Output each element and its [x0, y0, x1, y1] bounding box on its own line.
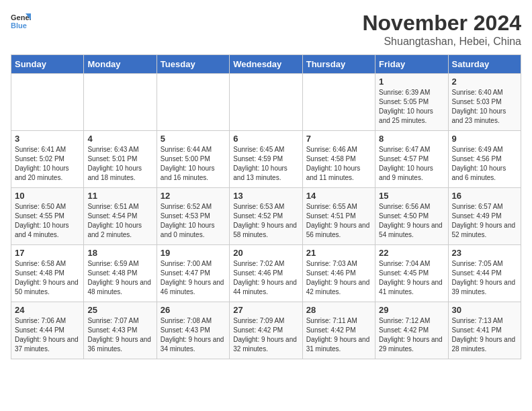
day-info: Sunrise: 7:04 AM Sunset: 4:45 PM Dayligh… — [379, 259, 444, 297]
day-info: Sunrise: 7:09 AM Sunset: 4:42 PM Dayligh… — [233, 316, 298, 354]
day-number: 6 — [233, 134, 298, 144]
day-info: Sunrise: 7:11 AM Sunset: 4:42 PM Dayligh… — [306, 316, 371, 354]
day-info: Sunrise: 6:40 AM Sunset: 5:03 PM Dayligh… — [452, 88, 517, 126]
week-row-0: 1Sunrise: 6:39 AM Sunset: 5:05 PM Daylig… — [11, 74, 521, 131]
day-number: 18 — [87, 248, 152, 258]
day-info: Sunrise: 6:43 AM Sunset: 5:01 PM Dayligh… — [87, 145, 152, 183]
header-saturday: Saturday — [448, 55, 521, 74]
day-info: Sunrise: 6:50 AM Sunset: 4:55 PM Dayligh… — [15, 202, 80, 240]
calendar-table: SundayMondayTuesdayWednesdayThursdayFrid… — [11, 54, 521, 359]
day-info: Sunrise: 6:51 AM Sunset: 4:54 PM Dayligh… — [87, 202, 152, 240]
day-number: 22 — [379, 248, 444, 258]
day-number: 27 — [233, 305, 298, 315]
calendar-cell: 8Sunrise: 6:47 AM Sunset: 4:57 PM Daylig… — [375, 131, 448, 188]
header-monday: Monday — [84, 55, 157, 74]
day-number: 28 — [306, 305, 371, 315]
calendar-cell: 9Sunrise: 6:49 AM Sunset: 4:56 PM Daylig… — [448, 131, 521, 188]
day-number: 8 — [379, 134, 444, 144]
week-row-1: 3Sunrise: 6:41 AM Sunset: 5:02 PM Daylig… — [11, 131, 521, 188]
day-info: Sunrise: 6:41 AM Sunset: 5:02 PM Dayligh… — [15, 145, 80, 183]
calendar-cell: 13Sunrise: 6:53 AM Sunset: 4:52 PM Dayli… — [230, 188, 302, 245]
calendar-cell: 2Sunrise: 6:40 AM Sunset: 5:03 PM Daylig… — [448, 74, 521, 131]
day-info: Sunrise: 6:55 AM Sunset: 4:51 PM Dayligh… — [306, 202, 371, 240]
day-info: Sunrise: 7:06 AM Sunset: 4:44 PM Dayligh… — [15, 316, 80, 354]
calendar-cell: 12Sunrise: 6:52 AM Sunset: 4:53 PM Dayli… — [157, 188, 229, 245]
day-info: Sunrise: 7:13 AM Sunset: 4:41 PM Dayligh… — [452, 316, 517, 354]
title-section: November 2024 Shuangtashan, Hebei, China — [362, 11, 521, 48]
logo: General Blue — [11, 11, 31, 31]
day-number: 12 — [161, 191, 226, 201]
calendar-cell — [157, 74, 229, 131]
day-number: 20 — [233, 248, 298, 258]
day-info: Sunrise: 7:02 AM Sunset: 4:46 PM Dayligh… — [233, 259, 298, 297]
calendar-cell: 16Sunrise: 6:57 AM Sunset: 4:49 PM Dayli… — [448, 188, 521, 245]
day-info: Sunrise: 7:05 AM Sunset: 4:44 PM Dayligh… — [452, 259, 517, 297]
day-number: 5 — [161, 134, 226, 144]
calendar-cell: 14Sunrise: 6:55 AM Sunset: 4:51 PM Dayli… — [302, 188, 375, 245]
calendar-cell: 4Sunrise: 6:43 AM Sunset: 5:01 PM Daylig… — [84, 131, 157, 188]
calendar-cell: 11Sunrise: 6:51 AM Sunset: 4:54 PM Dayli… — [84, 188, 157, 245]
header-wednesday: Wednesday — [230, 55, 302, 74]
day-number: 11 — [87, 191, 152, 201]
calendar-cell: 26Sunrise: 7:08 AM Sunset: 4:43 PM Dayli… — [157, 302, 229, 359]
day-number: 29 — [379, 305, 444, 315]
day-info: Sunrise: 7:00 AM Sunset: 4:47 PM Dayligh… — [161, 259, 226, 297]
day-number: 17 — [15, 248, 80, 258]
day-number: 14 — [306, 191, 371, 201]
day-number: 3 — [15, 134, 80, 144]
calendar-cell — [11, 74, 84, 131]
day-number: 10 — [15, 191, 80, 201]
calendar-cell: 10Sunrise: 6:50 AM Sunset: 4:55 PM Dayli… — [11, 188, 84, 245]
header: General Blue November 2024 Shuangtashan,… — [11, 11, 521, 48]
header-thursday: Thursday — [302, 55, 375, 74]
day-number: 4 — [87, 134, 152, 144]
calendar-cell — [302, 74, 375, 131]
day-info: Sunrise: 6:44 AM Sunset: 5:00 PM Dayligh… — [161, 145, 226, 183]
day-number: 26 — [161, 305, 226, 315]
calendar-cell: 21Sunrise: 7:03 AM Sunset: 4:46 PM Dayli… — [302, 245, 375, 302]
subtitle: Shuangtashan, Hebei, China — [362, 36, 521, 48]
header-sunday: Sunday — [11, 55, 84, 74]
header-friday: Friday — [375, 55, 448, 74]
calendar-cell: 20Sunrise: 7:02 AM Sunset: 4:46 PM Dayli… — [230, 245, 302, 302]
main-title: November 2024 — [362, 11, 521, 36]
calendar-cell: 24Sunrise: 7:06 AM Sunset: 4:44 PM Dayli… — [11, 302, 84, 359]
header-row: SundayMondayTuesdayWednesdayThursdayFrid… — [11, 55, 521, 74]
calendar-cell: 15Sunrise: 6:56 AM Sunset: 4:50 PM Dayli… — [375, 188, 448, 245]
calendar-cell — [230, 74, 302, 131]
day-number: 2 — [452, 77, 517, 87]
calendar-cell — [84, 74, 157, 131]
day-number: 15 — [379, 191, 444, 201]
day-number: 9 — [452, 134, 517, 144]
week-row-2: 10Sunrise: 6:50 AM Sunset: 4:55 PM Dayli… — [11, 188, 521, 245]
week-row-4: 24Sunrise: 7:06 AM Sunset: 4:44 PM Dayli… — [11, 302, 521, 359]
day-info: Sunrise: 7:08 AM Sunset: 4:43 PM Dayligh… — [161, 316, 226, 354]
day-number: 25 — [87, 305, 152, 315]
calendar-header: SundayMondayTuesdayWednesdayThursdayFrid… — [11, 55, 521, 74]
day-info: Sunrise: 6:47 AM Sunset: 4:57 PM Dayligh… — [379, 145, 444, 183]
day-info: Sunrise: 7:07 AM Sunset: 4:43 PM Dayligh… — [87, 316, 152, 354]
calendar-cell: 6Sunrise: 6:45 AM Sunset: 4:59 PM Daylig… — [230, 131, 302, 188]
day-info: Sunrise: 7:12 AM Sunset: 4:42 PM Dayligh… — [379, 316, 444, 354]
calendar-cell: 28Sunrise: 7:11 AM Sunset: 4:42 PM Dayli… — [302, 302, 375, 359]
calendar-cell: 22Sunrise: 7:04 AM Sunset: 4:45 PM Dayli… — [375, 245, 448, 302]
calendar-cell: 17Sunrise: 6:58 AM Sunset: 4:48 PM Dayli… — [11, 245, 84, 302]
day-number: 19 — [161, 248, 226, 258]
calendar-cell: 7Sunrise: 6:46 AM Sunset: 4:58 PM Daylig… — [302, 131, 375, 188]
calendar-body: 1Sunrise: 6:39 AM Sunset: 5:05 PM Daylig… — [11, 74, 521, 359]
day-info: Sunrise: 6:39 AM Sunset: 5:05 PM Dayligh… — [379, 88, 444, 126]
calendar-cell: 25Sunrise: 7:07 AM Sunset: 4:43 PM Dayli… — [84, 302, 157, 359]
day-number: 1 — [379, 77, 444, 87]
svg-text:Blue: Blue — [11, 21, 27, 30]
calendar-cell: 3Sunrise: 6:41 AM Sunset: 5:02 PM Daylig… — [11, 131, 84, 188]
day-number: 16 — [452, 191, 517, 201]
calendar-cell: 19Sunrise: 7:00 AM Sunset: 4:47 PM Dayli… — [157, 245, 229, 302]
calendar-cell: 5Sunrise: 6:44 AM Sunset: 5:00 PM Daylig… — [157, 131, 229, 188]
day-number: 13 — [233, 191, 298, 201]
day-info: Sunrise: 6:56 AM Sunset: 4:50 PM Dayligh… — [379, 202, 444, 240]
calendar-cell: 18Sunrise: 6:59 AM Sunset: 4:48 PM Dayli… — [84, 245, 157, 302]
day-number: 21 — [306, 248, 371, 258]
day-info: Sunrise: 6:52 AM Sunset: 4:53 PM Dayligh… — [161, 202, 226, 240]
calendar-cell: 23Sunrise: 7:05 AM Sunset: 4:44 PM Dayli… — [448, 245, 521, 302]
logo-icon: General Blue — [11, 11, 31, 31]
